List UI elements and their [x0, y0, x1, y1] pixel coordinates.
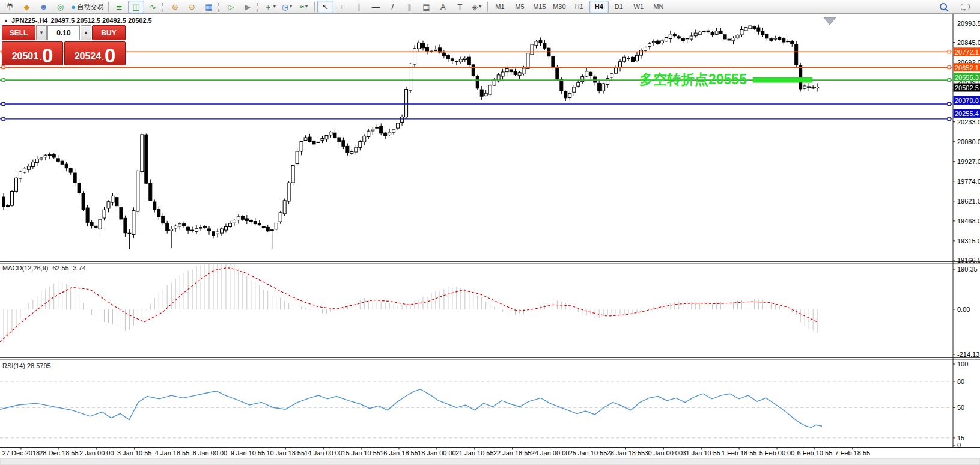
volume-input[interactable] — [47, 25, 80, 40]
svg-text:7 Feb 18:55: 7 Feb 18:55 — [835, 449, 870, 457]
market-watch-icon[interactable]: ◆ — [19, 1, 35, 13]
svg-text:0: 0 — [957, 442, 961, 449]
timeframe-m1-button[interactable]: M1 — [490, 1, 510, 13]
periods-button[interactable]: ◷▾ — [279, 1, 295, 13]
horizontal-scrollbar[interactable] — [0, 458, 980, 465]
search-button[interactable] — [935, 1, 951, 13]
auto-trading-icon: ● — [71, 3, 76, 11]
svg-text:16 Jan 18:55: 16 Jan 18:55 — [380, 449, 418, 457]
fibonacci-button[interactable]: ▤ — [418, 1, 434, 13]
svg-text:20555.3: 20555.3 — [955, 74, 979, 81]
svg-text:20502.5: 20502.5 — [955, 84, 979, 91]
tile-windows-button[interactable]: ▦ — [201, 1, 217, 13]
auto-trading-button[interactable]: ●自动交易 — [69, 1, 106, 13]
text-label-button[interactable]: T — [452, 1, 468, 13]
sell-button[interactable]: SELL — [2, 25, 35, 40]
new-chart-icon: ＋ — [264, 3, 272, 11]
template-button[interactable]: ≈▾ — [296, 1, 312, 13]
equidistant-channel-button[interactable]: ∥ — [401, 1, 418, 13]
svg-text:9 Jan 10:55: 9 Jan 10:55 — [231, 449, 266, 457]
line-handle[interactable] — [948, 79, 951, 82]
bar-chart-icon: ≣ — [116, 3, 123, 11]
line-handle[interactable] — [948, 66, 951, 69]
text-button[interactable]: A — [435, 1, 451, 13]
candlestick-chart-icon: ◫ — [132, 3, 139, 11]
collapse-panel-arrow-icon[interactable]: ▲ — [4, 18, 8, 23]
candlestick-chart-button[interactable]: ◫ — [128, 1, 144, 13]
svg-text:19315.0: 19315.0 — [957, 237, 980, 245]
horizontal-line-button[interactable]: — — [368, 1, 384, 13]
zoom-out-icon: ⊖ — [189, 3, 195, 11]
line-handle[interactable] — [948, 117, 951, 120]
line-handle[interactable] — [2, 117, 5, 120]
sell-price-pips: 0 — [42, 47, 53, 64]
chat-icon — [961, 4, 970, 10]
fibonacci-icon: ▤ — [422, 3, 430, 11]
svg-text:20845.0: 20845.0 — [957, 39, 980, 46]
svg-text:28 Dec 18:55: 28 Dec 18:55 — [39, 449, 78, 457]
zoom-in-button[interactable]: ⊕ — [167, 1, 183, 13]
one-click-trade-panel: SELL ▼ ▲ BUY 20501.0 20524.0 — [2, 25, 126, 65]
signals-icon-icon: ◎ — [57, 3, 64, 11]
timeframe-h1-button[interactable]: H1 — [570, 1, 589, 13]
chart-shift-button[interactable]: ▶ — [240, 1, 256, 13]
crosshair-button[interactable]: + — [334, 1, 350, 13]
volume-increase-button[interactable]: ▲ — [81, 25, 91, 40]
buy-button[interactable]: BUY — [92, 25, 126, 40]
arrows-icon: ◈ — [472, 3, 478, 11]
line-handle[interactable] — [948, 102, 951, 105]
svg-text:21 Jan 10:55: 21 Jan 10:55 — [455, 449, 494, 457]
tile-windows-icon: ▦ — [205, 3, 212, 11]
svg-text:100: 100 — [957, 360, 968, 368]
cursor-button[interactable]: ↖ — [317, 1, 333, 13]
sell-price-panel[interactable]: 20501.0 — [2, 41, 63, 65]
svg-text:-214.13: -214.13 — [957, 351, 979, 358]
line-handle[interactable] — [948, 50, 951, 53]
vertical-line-button[interactable]: | — [351, 1, 367, 13]
toolbar: 单◆☻◎●自动交易≣◫∿⊕⊖▦▷▶＋▾◷▾≈▾↖+|—/∥▤AT◈▾M1M5M1… — [0, 0, 980, 14]
vertical-line-icon: | — [358, 3, 360, 11]
line-handle[interactable] — [2, 66, 5, 69]
cursor-icon: ↖ — [322, 3, 329, 11]
crosshair-icon: + — [340, 3, 345, 11]
trend-highlight-segment[interactable] — [753, 78, 812, 82]
svg-text:5 Feb 00:00: 5 Feb 00:00 — [759, 449, 795, 457]
timeframe-m30-button[interactable]: M30 — [550, 1, 569, 13]
template-icon: ≈ — [300, 3, 304, 11]
buy-price-panel[interactable]: 20524.0 — [64, 41, 126, 65]
annotation-text[interactable]: 多空转折点20555 — [639, 71, 747, 87]
profile-icon[interactable]: ☻ — [35, 1, 52, 13]
market-watch-icon-icon: ◆ — [24, 3, 30, 11]
search-icon — [940, 3, 947, 10]
profile-icon-icon: ☻ — [40, 3, 48, 11]
new-chart-button[interactable]: ＋▾ — [262, 1, 278, 13]
svg-text:1 Feb 18:55: 1 Feb 18:55 — [722, 449, 757, 457]
timeframe-h4-button[interactable]: H4 — [589, 1, 609, 13]
chat-button[interactable] — [957, 1, 973, 13]
signals-icon[interactable]: ◎ — [52, 1, 68, 13]
bar-chart-button[interactable]: ≣ — [111, 1, 127, 13]
chevron-down-icon: ▾ — [305, 4, 308, 9]
trendline-button[interactable]: / — [385, 1, 401, 13]
line-chart-button[interactable]: ∿ — [145, 1, 161, 13]
svg-text:28 Jan 18:55: 28 Jan 18:55 — [607, 449, 645, 457]
svg-text:24 Jan 00:00: 24 Jan 00:00 — [531, 449, 570, 457]
new-order-button[interactable]: 单 — [2, 1, 18, 13]
line-handle[interactable] — [2, 102, 5, 105]
zoom-out-button[interactable]: ⊖ — [184, 1, 200, 13]
svg-text:15: 15 — [957, 434, 964, 442]
arrows-button[interactable]: ◈▾ — [469, 1, 485, 13]
timeframe-d1-button[interactable]: D1 — [609, 1, 628, 13]
timeframe-m15-button[interactable]: M15 — [530, 1, 549, 13]
line-handle[interactable] — [2, 79, 5, 82]
auto-scroll-button[interactable]: ▷ — [223, 1, 239, 13]
timeframe-mn-button[interactable]: MN — [649, 1, 668, 13]
timeframe-m5-button[interactable]: M5 — [510, 1, 529, 13]
svg-text:19927.0: 19927.0 — [957, 158, 980, 165]
svg-text:0.00: 0.00 — [957, 306, 970, 313]
volume-decrease-button[interactable]: ▼ — [36, 25, 47, 40]
svg-text:6 Feb 10:55: 6 Feb 10:55 — [797, 449, 833, 457]
timeframe-w1-button[interactable]: W1 — [629, 1, 648, 13]
chevron-down-icon: ▾ — [290, 4, 292, 9]
chart-area[interactable]: 多空转折点20555MACD(12,26,9) -62.55 -3.74RSI(… — [0, 14, 980, 465]
